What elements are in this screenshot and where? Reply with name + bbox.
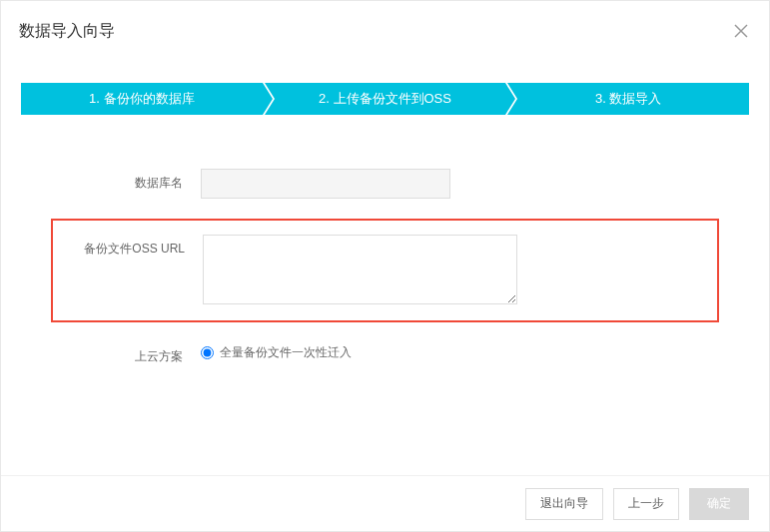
ok-button[interactable]: 确定 xyxy=(689,488,749,520)
step-label: 1. 备份你的数据库 xyxy=(89,91,194,106)
oss-url-textarea[interactable] xyxy=(203,235,517,304)
oss-url-label: 备份文件OSS URL xyxy=(53,235,203,258)
step-2[interactable]: 2. 上传备份文件到OSS xyxy=(265,83,506,115)
row-plan: 上云方案 全量备份文件一次性迁入 xyxy=(1,342,769,365)
plan-option-full[interactable]: 全量备份文件一次性迁入 xyxy=(201,344,352,361)
wizard-form: 数据库名 备份文件OSS URL 上云方案 全量备份文件一次性迁入 xyxy=(1,169,769,365)
db-name-label: 数据库名 xyxy=(1,169,201,192)
exit-wizard-button[interactable]: 退出向导 xyxy=(525,488,603,520)
plan-radio-label: 全量备份文件一次性迁入 xyxy=(220,344,352,361)
step-label: 3. 数据导入 xyxy=(595,91,661,106)
step-label: 2. 上传备份文件到OSS xyxy=(319,91,451,106)
step-3[interactable]: 3. 数据导入 xyxy=(507,83,749,115)
dialog-title: 数据导入向导 xyxy=(19,21,115,42)
step-1[interactable]: 1. 备份你的数据库 xyxy=(21,83,263,115)
row-oss-url: 备份文件OSS URL xyxy=(53,235,717,308)
import-wizard-dialog: 数据导入向导 1. 备份你的数据库 2. 上传备份文件到OSS 3. 数据导入 … xyxy=(0,0,770,532)
db-name-input xyxy=(201,169,450,199)
wizard-steps: 1. 备份你的数据库 2. 上传备份文件到OSS 3. 数据导入 xyxy=(21,83,749,115)
close-icon[interactable] xyxy=(729,19,753,43)
highlighted-section: 备份文件OSS URL xyxy=(51,219,719,322)
prev-step-button[interactable]: 上一步 xyxy=(613,488,679,520)
dialog-footer: 退出向导 上一步 确定 xyxy=(1,475,769,531)
plan-radio[interactable] xyxy=(201,346,214,359)
row-db-name: 数据库名 xyxy=(1,169,769,199)
plan-label: 上云方案 xyxy=(1,342,201,365)
dialog-header: 数据导入向导 xyxy=(1,1,769,61)
